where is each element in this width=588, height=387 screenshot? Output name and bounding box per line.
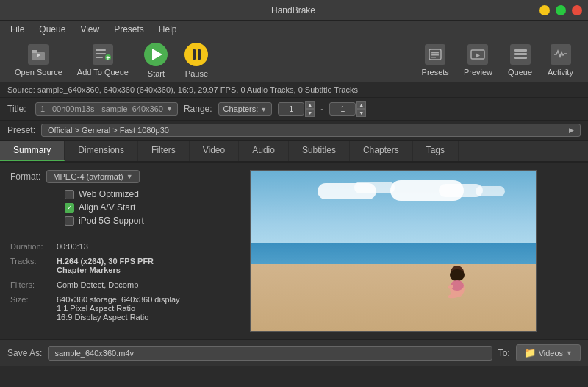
preset-row: Preset: Official > General > Fast 1080p3… <box>0 121 588 141</box>
range-label: Range: <box>184 104 212 114</box>
align-av-label: Align A/V Start <box>79 202 135 213</box>
source-text: Source: sample_640x360, 640x360 (640x360… <box>7 85 358 94</box>
tracks-value1: H.264 (x264), 30 FPS PFR <box>57 257 154 266</box>
activity-btn[interactable]: Activity <box>540 41 581 79</box>
svg-rect-1 <box>32 50 37 53</box>
range-arrow-icon: ▼ <box>260 106 267 113</box>
start-chapter-up[interactable]: ▲ <box>305 101 315 109</box>
menu-view[interactable]: View <box>74 23 105 36</box>
preview-panel <box>243 163 588 339</box>
svg-rect-13 <box>514 53 527 55</box>
svg-point-17 <box>450 269 465 281</box>
cloud5 <box>476 186 505 196</box>
source-bar: Source: sample_640x360, 640x360 (640x360… <box>0 82 588 98</box>
minimize-btn[interactable] <box>539 5 550 15</box>
preset-arrow-icon: ▶ <box>569 127 574 134</box>
size-section: Size: 640x360 storage, 640x360 display 1… <box>10 295 232 322</box>
filename-input[interactable] <box>48 346 492 361</box>
left-panel: Format: MPEG-4 (avformat) ▼ Web Optimize… <box>0 163 243 339</box>
web-optimized-label: Web Optimized <box>79 189 139 199</box>
presets-icon <box>425 44 445 65</box>
tab-summary[interactable]: Summary <box>0 141 65 161</box>
preview-image <box>250 170 537 332</box>
tracks-value2: Chapter Markers <box>57 266 154 274</box>
queue-btn[interactable]: Queue <box>500 41 540 79</box>
preset-dropdown[interactable]: Official > General > Fast 1080p30 ▶ <box>41 124 581 137</box>
filters-label: Filters: <box>10 280 51 289</box>
clouds-area <box>293 180 536 228</box>
preview-icon <box>467 44 488 65</box>
end-chapter-input[interactable] <box>329 102 356 116</box>
pause-btn[interactable]: Pause <box>176 40 217 81</box>
start-chapter-down[interactable]: ▼ <box>305 109 315 117</box>
tab-filters[interactable]: Filters <box>138 141 190 161</box>
to-label: To: <box>498 348 510 358</box>
queue-icon <box>510 44 531 65</box>
main-content: Format: MPEG-4 (avformat) ▼ Web Optimize… <box>0 163 588 339</box>
title-arrow-icon: ▼ <box>166 105 173 113</box>
pause-label: Pause <box>185 69 208 78</box>
menu-queue[interactable]: Queue <box>33 23 71 36</box>
maximize-btn[interactable] <box>556 5 566 15</box>
start-chapter-group: ▲ ▼ <box>278 101 315 117</box>
tab-dimensions[interactable]: Dimensions <box>65 141 138 161</box>
activity-label: Activity <box>548 68 573 77</box>
tab-chapters[interactable]: Chapters <box>350 141 413 161</box>
ipod-support-checkbox[interactable] <box>65 216 74 226</box>
align-av-row: Align A/V Start <box>65 202 232 213</box>
format-row: Format: MPEG-4 (avformat) ▼ <box>10 170 232 183</box>
tab-audio[interactable]: Audio <box>239 141 289 161</box>
folder-icon: 📁 <box>524 347 536 358</box>
title-label: Title: <box>7 104 29 114</box>
size-label: Size: <box>10 295 51 322</box>
open-source-icon <box>28 44 49 65</box>
close-btn[interactable] <box>572 5 582 15</box>
preview-btn[interactable]: Preview <box>456 41 500 79</box>
align-av-checkbox[interactable] <box>65 203 74 213</box>
size-values: 640x360 storage, 640x360 display 1:1 Pix… <box>57 295 180 322</box>
start-chapter-arrows: ▲ ▼ <box>305 101 315 117</box>
open-source-btn[interactable]: Open Source <box>7 41 70 79</box>
web-optimized-row: Web Optimized <box>65 189 232 199</box>
size-value1: 640x360 storage, 640x360 display <box>57 295 180 304</box>
svg-rect-8 <box>431 52 439 54</box>
activity-icon <box>551 44 571 65</box>
tracks-values: H.264 (x264), 30 FPS PFR Chapter Markers <box>57 257 154 274</box>
tracks-label: Tracks: <box>10 257 51 274</box>
presets-btn[interactable]: Presets <box>415 41 456 79</box>
toolbar: Open Source + Add To Queue Start Pause P… <box>0 38 588 82</box>
end-chapter-down[interactable]: ▼ <box>356 109 366 117</box>
duration-section: Duration: 00:00:13 <box>10 242 232 251</box>
format-value: MPEG-4 (avformat) <box>53 172 123 181</box>
destination-button[interactable]: 📁 Videos ▼ <box>516 344 581 361</box>
start-btn[interactable]: Start <box>136 40 176 81</box>
chapter-dash: - <box>320 104 323 114</box>
end-chapter-up[interactable]: ▲ <box>356 101 366 109</box>
format-arrow-icon: ▼ <box>126 173 133 180</box>
add-to-queue-icon: + <box>93 44 113 65</box>
title-dropdown[interactable]: 1 - 00h00m13s - sample_640x360 ▼ <box>35 102 178 116</box>
ipod-support-label: iPod 5G Support <box>79 216 144 226</box>
destination-label: Videos <box>539 349 563 358</box>
tab-subtitles[interactable]: Subtitles <box>289 141 350 161</box>
size-value2: 1:1 Pixel Aspect Ratio <box>57 304 180 313</box>
format-label: Format: <box>10 171 40 182</box>
start-icon <box>144 43 168 66</box>
menu-file[interactable]: File <box>4 23 30 36</box>
titlebar: HandBrake <box>0 0 588 21</box>
menubar: File Queue View Presets Help <box>0 21 588 38</box>
pause-icon <box>184 43 208 66</box>
svg-text:+: + <box>106 54 110 61</box>
duration-value: 00:00:13 <box>57 242 88 251</box>
tab-video[interactable]: Video <box>190 141 239 161</box>
range-dropdown[interactable]: Chapters: ▼ <box>218 102 273 116</box>
menu-help[interactable]: Help <box>153 23 183 36</box>
add-to-queue-btn[interactable]: + Add To Queue <box>70 41 136 79</box>
menu-presets[interactable]: Presets <box>108 23 150 36</box>
end-chapter-group: ▲ ▼ <box>329 101 366 117</box>
open-source-label: Open Source <box>15 68 62 77</box>
start-chapter-input[interactable] <box>278 102 304 116</box>
tab-tags[interactable]: Tags <box>413 141 459 161</box>
web-optimized-checkbox[interactable] <box>65 190 74 199</box>
format-dropdown[interactable]: MPEG-4 (avformat) ▼ <box>46 170 139 183</box>
